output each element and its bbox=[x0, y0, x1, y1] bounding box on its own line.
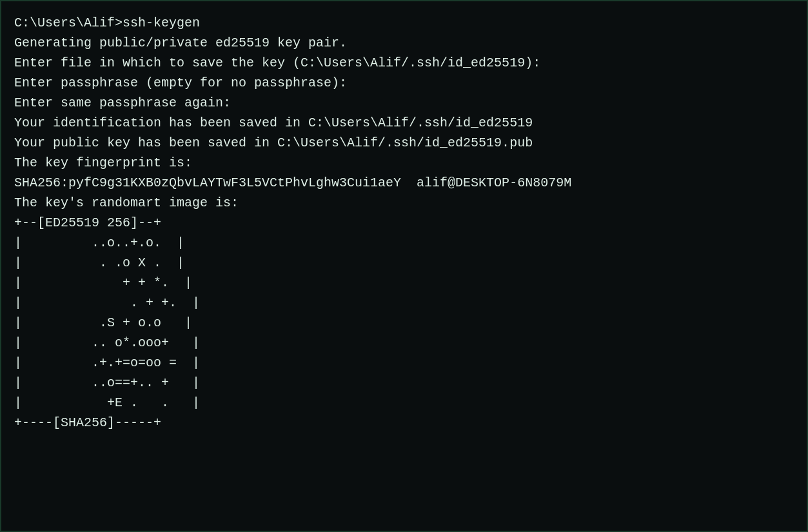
terminal-window: C:\Users\Alif>ssh-keygen Generating publ… bbox=[0, 0, 808, 532]
terminal-output: C:\Users\Alif>ssh-keygen Generating publ… bbox=[14, 13, 571, 433]
